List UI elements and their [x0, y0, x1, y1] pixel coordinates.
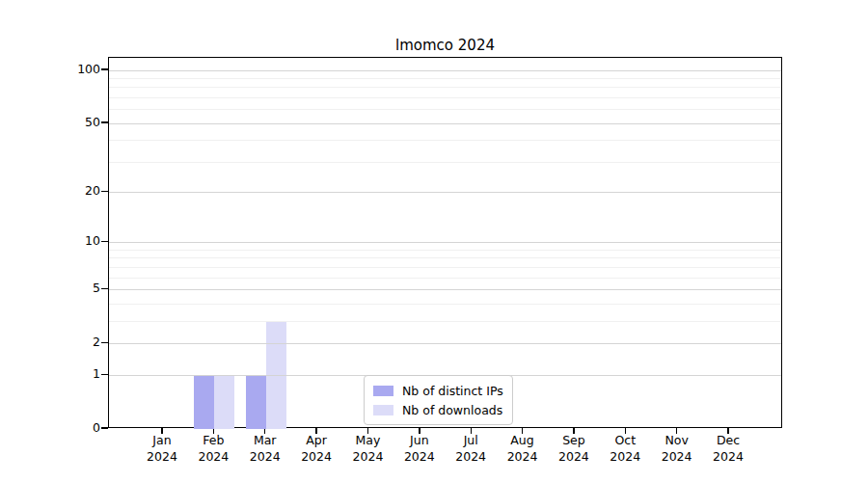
y-tick-label: 2 — [4, 335, 100, 349]
legend-row: Nb of distinct IPs — [373, 381, 503, 400]
x-tick-label: Dec2024 — [697, 432, 759, 465]
y-gridline-major — [109, 123, 781, 124]
y-axis-tick — [101, 427, 108, 428]
y-gridline-minor — [109, 97, 781, 98]
figure-canvas: lmomco 2024 Nb of distinct IPsNb of down… — [0, 0, 868, 482]
legend-swatch-icon — [373, 386, 393, 396]
y-tick-label: 50 — [4, 115, 100, 129]
y-axis-tick — [101, 374, 108, 375]
y-axis-tick — [101, 121, 108, 122]
y-gridline-major — [109, 70, 781, 71]
y-gridline-minor — [109, 140, 781, 141]
y-axis-tick — [101, 241, 108, 242]
y-gridline-major — [109, 343, 781, 344]
y-gridline-minor — [109, 87, 781, 88]
legend-row: Nb of downloads — [373, 400, 503, 419]
y-axis-tick — [101, 191, 108, 192]
bar-distinct-ips — [246, 375, 266, 429]
y-axis-tick — [101, 342, 108, 343]
y-gridline-minor — [109, 321, 781, 322]
y-gridline-minor — [109, 278, 781, 279]
y-tick-label: 10 — [4, 233, 100, 248]
x-tick-month: Dec — [697, 432, 759, 448]
y-gridline-major — [109, 289, 781, 290]
y-tick-label: 1 — [4, 366, 100, 381]
y-gridline-major — [109, 192, 781, 193]
legend: Nb of distinct IPsNb of downloads — [364, 375, 513, 425]
y-tick-label: 0 — [4, 420, 100, 435]
bar-distinct-ips — [194, 375, 214, 429]
y-gridline-major — [109, 242, 781, 243]
legend-label: Nb of downloads — [402, 403, 502, 417]
bar-downloads — [214, 375, 234, 429]
y-gridline-minor — [109, 250, 781, 251]
x-tick-year: 2024 — [697, 448, 759, 465]
y-axis-tick — [101, 288, 108, 289]
y-tick-label: 100 — [4, 62, 100, 76]
y-gridline-minor — [109, 78, 781, 79]
y-gridline-minor — [109, 304, 781, 305]
y-gridline-minor — [109, 162, 781, 163]
y-tick-label: 20 — [4, 183, 100, 198]
chart-title: lmomco 2024 — [108, 37, 782, 54]
y-tick-label: 5 — [4, 281, 100, 295]
legend-swatch-icon — [373, 405, 393, 415]
legend-label: Nb of distinct IPs — [402, 384, 503, 398]
plot-area — [108, 57, 782, 428]
y-gridline-minor — [109, 267, 781, 268]
y-gridline-minor — [109, 109, 781, 110]
y-gridline-minor — [109, 257, 781, 258]
y-axis-tick — [101, 68, 108, 69]
